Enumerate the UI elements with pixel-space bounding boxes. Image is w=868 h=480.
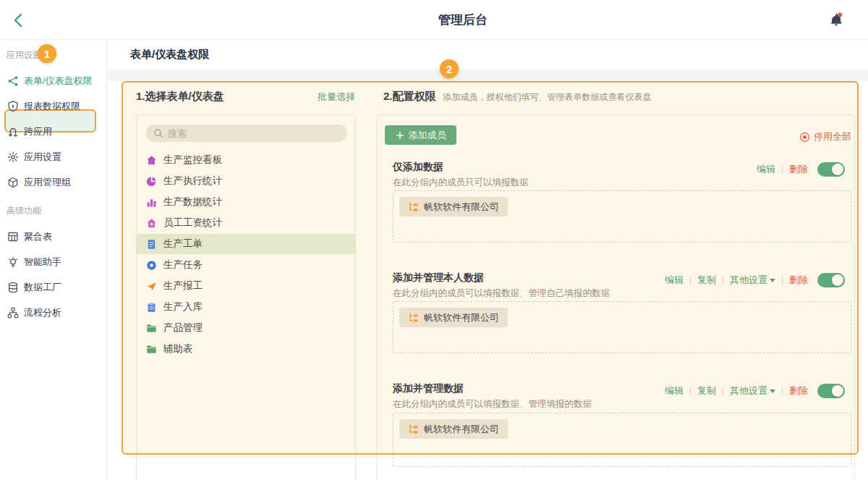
select-panel-title: 1.选择表单/仪表盘 (136, 90, 224, 104)
sidebar-item-label: 应用设置 (24, 151, 61, 164)
form-item-product-management[interactable]: 产品管理 (137, 318, 355, 338)
form-item-production-work-order[interactable]: 生产工单 (137, 234, 355, 254)
sidebar-item-app-settings[interactable]: 应用设置 (0, 149, 107, 165)
group-actions-manage-own: 编辑 复制 其他设置 删除 (665, 273, 845, 287)
form-item-label: 生产数据统计 (163, 195, 222, 209)
form-item-label: 生产监控看板 (163, 153, 222, 167)
group-toggle-switch[interactable] (817, 384, 845, 398)
form-item-label: 员工工资统计 (163, 216, 222, 230)
document-icon (146, 239, 157, 250)
group-actions-manage-all: 编辑 复制 其他设置 删除 (665, 384, 845, 398)
sidebar-item-label: 聚合表 (24, 230, 52, 243)
form-item-production-execution-stats[interactable]: 生产执行统计 (137, 171, 355, 191)
add-member-button[interactable]: 添加成员 (385, 125, 456, 145)
toggle-knob (832, 274, 843, 286)
house-salary-icon (146, 218, 157, 229)
config-panel-header: 2.配置权限 添加成员，授权他们填写、管理表单数据或查看仪表盘 (383, 90, 854, 104)
action-separator (690, 276, 691, 285)
member-chip[interactable]: 帆软软件有限公司 (399, 419, 508, 439)
org-tree-icon (408, 312, 419, 323)
shield-icon (7, 101, 19, 112)
caret-down-icon (770, 279, 775, 282)
pie-chart-icon (146, 176, 157, 187)
member-chip[interactable]: 帆软软件有限公司 (399, 197, 508, 216)
form-item-auxiliary-table[interactable]: 辅助表 (137, 339, 355, 359)
form-item-label: 辅助表 (163, 342, 193, 355)
form-item-production-task[interactable]: 生产任务 (137, 255, 355, 275)
toggle-knob (832, 164, 843, 175)
search-icon (153, 128, 163, 138)
group-title-manage-own: 添加并管理本人数据 (393, 271, 484, 285)
delete-link[interactable]: 删除 (789, 274, 808, 287)
edit-link[interactable]: 编辑 (665, 274, 684, 287)
batch-select-link[interactable]: 批量选择 (318, 90, 355, 104)
group-title-add-only: 仅添加数据 (393, 161, 443, 174)
copy-link[interactable]: 复制 (697, 384, 716, 397)
folder-icon (146, 323, 157, 334)
sidebar-item-label: 表单/仪表盘权限 (24, 75, 93, 88)
search-input[interactable] (168, 128, 327, 139)
other-settings-label: 其他设置 (730, 384, 767, 397)
clipboard-icon (146, 302, 157, 313)
member-chip-label: 帆软软件有限公司 (424, 201, 499, 214)
edit-link[interactable]: 编辑 (665, 384, 684, 397)
form-item-production-monitor-board[interactable]: 生产监控看板 (137, 150, 355, 170)
sidebar-item-cross-app[interactable]: 跨应用 (0, 124, 107, 140)
action-separator (723, 276, 723, 285)
delete-link[interactable]: 删除 (789, 163, 808, 176)
group-toggle-switch[interactable] (817, 162, 845, 177)
sidebar-item-data-factory[interactable]: 数据工厂 (0, 279, 107, 295)
form-item-label: 生产报工 (163, 279, 203, 292)
form-search[interactable] (146, 125, 347, 142)
form-item-employee-salary-stats[interactable]: 员工工资统计 (137, 213, 355, 233)
database-icon (7, 282, 19, 293)
sidebar-item-process-analysis[interactable]: 流程分析 (0, 305, 107, 321)
org-tree-icon (408, 424, 419, 434)
action-separator (690, 387, 691, 395)
share-nodes-icon (7, 75, 19, 87)
form-item-label: 产品管理 (163, 321, 203, 334)
sidebar-item-label: 流程分析 (24, 306, 61, 319)
other-settings-label: 其他设置 (730, 274, 767, 287)
sidebar-item-app-management-group[interactable]: 应用管理组 (0, 174, 107, 190)
annotation-step-badge-2: 2 (440, 59, 459, 78)
group-title-manage-all: 添加并管理数据 (393, 382, 464, 395)
sidebar-item-report-data-permission[interactable]: 报表数据权限 (0, 98, 107, 114)
form-item-label: 生产执行统计 (163, 174, 222, 188)
group-desc-manage-own: 在此分组内的成员可以填报数据、管理自己填报的数据 (393, 287, 610, 300)
sidebar-item-form-dashboard-permission[interactable]: 表单/仪表盘权限 (0, 73, 107, 89)
other-settings-dropdown[interactable]: 其他设置 (730, 384, 775, 397)
table-grid-icon (7, 231, 19, 243)
sidebar-item-label: 智能助手 (24, 256, 61, 269)
group-toggle-switch[interactable] (817, 273, 845, 287)
sidebar-item-smart-assistant[interactable]: 智能助手 (0, 254, 107, 270)
form-item-label: 生产任务 (163, 258, 203, 271)
config-panel-title: 2.配置权限 (383, 90, 436, 104)
form-item-production-data-stats[interactable]: 生产数据统计 (137, 192, 355, 212)
top-header: 管理后台 (0, 0, 868, 40)
sidebar-item-aggregate-table[interactable]: 聚合表 (0, 229, 107, 245)
other-settings-dropdown[interactable]: 其他设置 (730, 274, 775, 287)
app-title: 管理后台 (58, 0, 868, 40)
form-item-production-inbound[interactable]: 生产入库 (137, 297, 355, 317)
edit-link[interactable]: 编辑 (757, 163, 775, 176)
page-title: 表单/仪表盘权限 (130, 48, 209, 62)
copy-link[interactable]: 复制 (697, 274, 716, 287)
add-member-label: 添加成员 (409, 129, 446, 142)
task-circle-icon (146, 260, 157, 271)
back-button[interactable] (10, 12, 27, 29)
disable-all-button[interactable]: 停用全部 (799, 130, 851, 143)
member-chip-label: 帆软软件有限公司 (424, 423, 499, 436)
member-chip[interactable]: 帆软软件有限公司 (399, 308, 508, 327)
group-desc-manage-all: 在此分组内的成员可以填报数据、管理填报的数据 (393, 398, 592, 410)
home-icon (146, 155, 157, 166)
form-item-production-report-work[interactable]: 生产报工 (137, 276, 355, 296)
delete-link[interactable]: 删除 (789, 384, 808, 397)
notification-button[interactable] (827, 11, 846, 30)
sidebar-section-advanced: 高级功能 (7, 205, 41, 217)
bar-chart-icon (146, 197, 157, 208)
sidebar: 应用设置 表单/仪表盘权限 报表数据权限 跨应用 应用设置 (0, 40, 107, 480)
disable-all-label: 停用全部 (814, 130, 851, 143)
gear-icon (7, 151, 19, 163)
form-item-label: 生产入库 (163, 300, 203, 313)
